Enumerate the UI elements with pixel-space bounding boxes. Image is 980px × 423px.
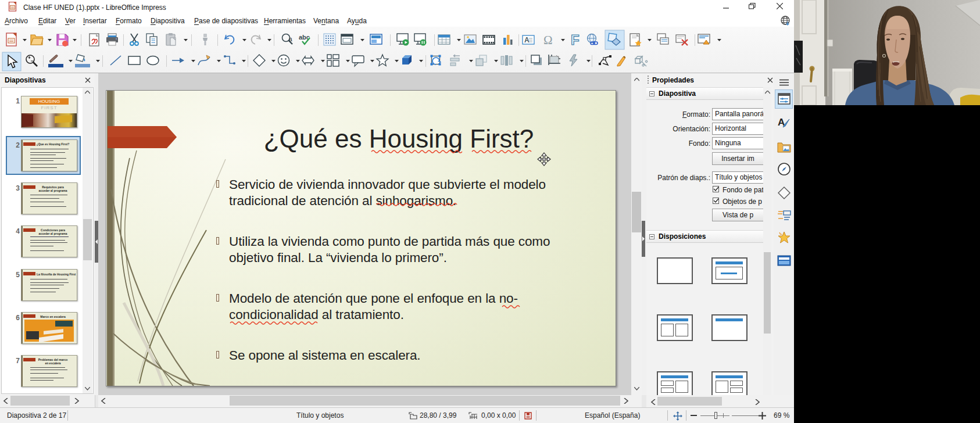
svg-text:a: a — [289, 36, 292, 42]
svg-text:Ω: Ω — [543, 33, 553, 47]
svg-text:A: A — [524, 36, 530, 44]
svg-text:F: F — [571, 32, 580, 48]
